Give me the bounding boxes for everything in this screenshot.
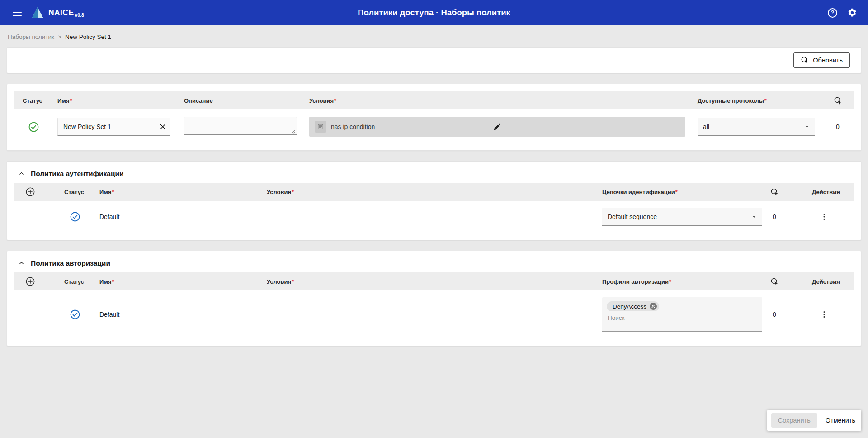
condition-field[interactable]: nas ip condition — [309, 117, 685, 137]
authorization-policy-header: Политика авторизации — [7, 251, 861, 272]
profile-search-input[interactable] — [607, 314, 758, 322]
policy-set-conditions-cell: nas ip condition — [304, 117, 691, 137]
column-header-hits — [754, 277, 795, 286]
policy-set-table-header: Статус Имя* Описание Условия* Доступные … — [14, 91, 854, 110]
edit-condition-button[interactable] — [492, 121, 503, 133]
chevron-up-icon — [18, 170, 25, 177]
policy-set-description-cell — [177, 117, 304, 137]
column-header-protocols: Доступные протоколы* — [691, 97, 822, 104]
cancel-button[interactable]: Отменить — [824, 413, 857, 428]
column-header-status: Статус — [46, 189, 96, 195]
authentication-policy-table: Статус Имя* Условия* Цепочки идентификац… — [14, 183, 854, 233]
authentication-policy-title: Политика аутентификации — [31, 170, 124, 178]
condition-name: nas ip condition — [331, 123, 375, 130]
rule-status-cell — [46, 211, 96, 222]
hamburger-menu-button[interactable] — [10, 5, 24, 20]
policy-set-card: Статус Имя* Описание Условия* Доступные … — [7, 84, 861, 151]
required-marker: * — [292, 278, 294, 285]
plus-circle-icon — [25, 276, 35, 286]
add-authentication-rule-button[interactable] — [24, 186, 37, 198]
required-marker: * — [70, 97, 72, 104]
column-header-conditions: Условия* — [263, 189, 587, 195]
breadcrumb-parent-link[interactable]: Наборы политик — [8, 33, 54, 40]
authorization-policy-card: Политика авторизации Статус Имя* Условия… — [7, 251, 861, 346]
add-rule-cell — [14, 275, 46, 288]
column-header-actions: Действия — [795, 278, 854, 285]
app-name: NAICE — [48, 8, 74, 18]
status-enabled-icon[interactable] — [70, 211, 80, 222]
hits-icon — [770, 277, 779, 286]
rule-name: Default — [96, 311, 263, 318]
clear-name-button[interactable] — [158, 122, 168, 132]
column-header-name: Имя* — [96, 278, 263, 285]
chip-close-icon — [650, 303, 657, 310]
breadcrumb: Наборы политик > New Policy Set 1 — [0, 25, 868, 47]
required-marker: * — [675, 189, 678, 195]
profile-chip[interactable]: DenyAccess — [607, 301, 659, 311]
kebab-menu-icon — [820, 212, 829, 221]
protocols-selected-value: all — [703, 123, 709, 130]
policy-set-status-cell — [14, 121, 51, 133]
refresh-button-label: Обновить — [813, 57, 843, 64]
row-actions-menu-button[interactable] — [818, 308, 830, 321]
required-marker: * — [669, 278, 671, 285]
identity-sequence-select[interactable]: Default sequence — [602, 208, 762, 226]
refresh-button[interactable]: Обновить — [793, 52, 850, 68]
row-actions-menu-button[interactable] — [818, 210, 830, 223]
authentication-policy-card: Политика аутентификации Статус Имя* Усло… — [7, 161, 861, 240]
column-header-actions: Действия — [795, 189, 854, 195]
collapse-section-button[interactable] — [17, 169, 26, 178]
column-header-conditions: Условия* — [304, 97, 691, 104]
required-marker: * — [112, 278, 114, 285]
rule-actions-cell — [795, 210, 854, 223]
column-header-authorization-profiles: Профили авторизации* — [587, 278, 754, 285]
resize-handle-icon[interactable] — [291, 129, 296, 134]
rule-hits-count: 0 — [754, 213, 795, 220]
column-header-name: Имя* — [96, 189, 263, 195]
app-version: v0.8 — [75, 12, 84, 18]
authorization-profiles-field[interactable]: DenyAccess — [602, 297, 762, 332]
help-icon: ? — [828, 8, 837, 18]
column-header-hits — [754, 188, 795, 196]
rule-name: Default — [96, 213, 263, 220]
app-brand[interactable]: NAICE v0.8 — [31, 6, 84, 19]
authorization-rule-row: Default DenyAccess — [14, 290, 854, 338]
policy-set-protocols-cell: all — [691, 118, 822, 136]
main-content: Обновить Статус Имя* Описание Условия* Д… — [0, 47, 868, 346]
settings-button[interactable] — [846, 7, 858, 19]
add-authorization-rule-button[interactable] — [24, 275, 37, 288]
authentication-policy-header: Политика аутентификации — [7, 162, 861, 183]
save-button[interactable]: Сохранить — [771, 413, 817, 428]
toolbar-card: Обновить — [7, 47, 861, 73]
close-icon — [159, 123, 167, 131]
app-logo-icon — [31, 6, 44, 19]
chevron-up-icon — [18, 260, 25, 267]
rule-profiles-cell: DenyAccess — [587, 297, 754, 332]
page-title: Политики доступа · Наборы политик — [358, 8, 510, 18]
kebab-menu-icon — [820, 310, 829, 319]
status-enabled-icon[interactable] — [70, 309, 80, 320]
remove-profile-button[interactable] — [650, 303, 657, 310]
required-marker: * — [292, 189, 294, 195]
chevron-down-icon — [802, 122, 811, 131]
protocols-select[interactable]: all — [698, 118, 815, 136]
collapse-section-button[interactable] — [17, 259, 26, 267]
status-enabled-icon[interactable] — [28, 121, 39, 133]
column-header-description: Описание — [177, 97, 304, 104]
policy-set-name-input[interactable] — [57, 118, 170, 136]
plus-circle-icon — [25, 187, 35, 197]
breadcrumb-current: New Policy Set 1 — [65, 33, 111, 40]
footer-actions: Сохранить Отменить — [767, 410, 861, 431]
help-button[interactable]: ? — [827, 7, 838, 19]
rule-status-cell — [46, 309, 96, 320]
policy-set-description-input[interactable] — [184, 117, 297, 135]
authorization-table-header: Статус Имя* Условия* Профили авторизации… — [14, 272, 854, 290]
hits-icon — [770, 188, 779, 196]
column-header-status: Статус — [46, 278, 96, 285]
rule-sequence-cell: Default sequence — [587, 208, 754, 226]
condition-list-icon — [315, 121, 326, 133]
add-rule-cell — [14, 186, 46, 198]
rule-hits-count: 0 — [754, 311, 795, 318]
hits-icon — [801, 56, 809, 64]
top-bar: NAICE v0.8 Политики доступа · Наборы пол… — [0, 0, 868, 25]
